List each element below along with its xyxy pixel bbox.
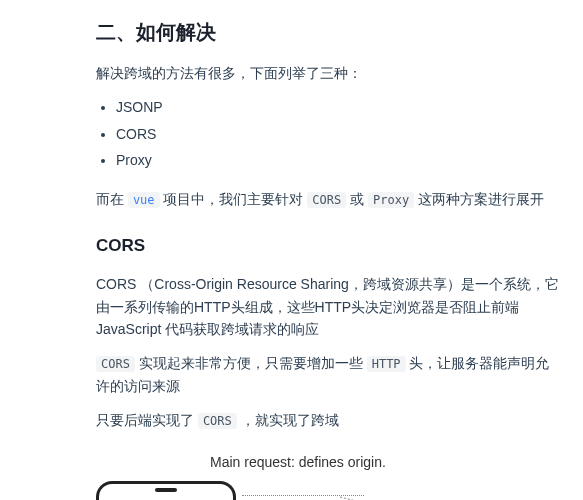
list-item: CORS <box>116 123 559 145</box>
method-list: JSONP CORS Proxy <box>116 96 559 171</box>
text: 项目中，我们主要针对 <box>160 191 308 207</box>
list-item: JSONP <box>116 96 559 118</box>
paragraph: 而在 vue 项目中，我们主要针对 CORS 或 Proxy 这两种方案进行展开 <box>96 188 559 210</box>
device-frame: Image domain-a.com Canvas w/ image from … <box>96 481 236 500</box>
text: 只要后端实现了 <box>96 412 198 428</box>
code-proxy: Proxy <box>368 192 414 208</box>
code-vue: vue <box>128 192 160 208</box>
code-http: HTTP <box>367 356 406 372</box>
text: 实现起来非常方便，只需要增加一些 <box>135 355 367 371</box>
arrow-lines-icon <box>340 481 480 500</box>
cors-desc-1: CORS （Cross-Origin Resource Sharing，跨域资源… <box>96 273 559 340</box>
list-item: Proxy <box>116 149 559 171</box>
text: 这两种方案进行展开 <box>414 191 544 207</box>
code-cors: CORS <box>198 413 237 429</box>
section-heading: 二、如何解决 <box>96 16 559 48</box>
main-request-label: Main request: defines origin. <box>210 451 386 473</box>
text: 或 <box>346 191 368 207</box>
code-cors: CORS <box>307 192 346 208</box>
intro-text: 解决跨域的方法有很多，下面列举了三种： <box>96 62 559 84</box>
code-cors: CORS <box>96 356 135 372</box>
cors-desc-2: CORS 实现起来非常方便，只需要增加一些 HTTP 头，让服务器能声明允许的访… <box>96 352 559 397</box>
cors-heading: CORS <box>96 232 559 259</box>
text: 而在 <box>96 191 128 207</box>
text-lines-icon <box>109 496 223 500</box>
text: ，就实现了跨域 <box>237 412 339 428</box>
cors-desc-3: 只要后端实现了 CORS ，就实现了跨域 <box>96 409 559 431</box>
cors-diagram: Main request: defines origin. Image doma… <box>0 451 583 500</box>
